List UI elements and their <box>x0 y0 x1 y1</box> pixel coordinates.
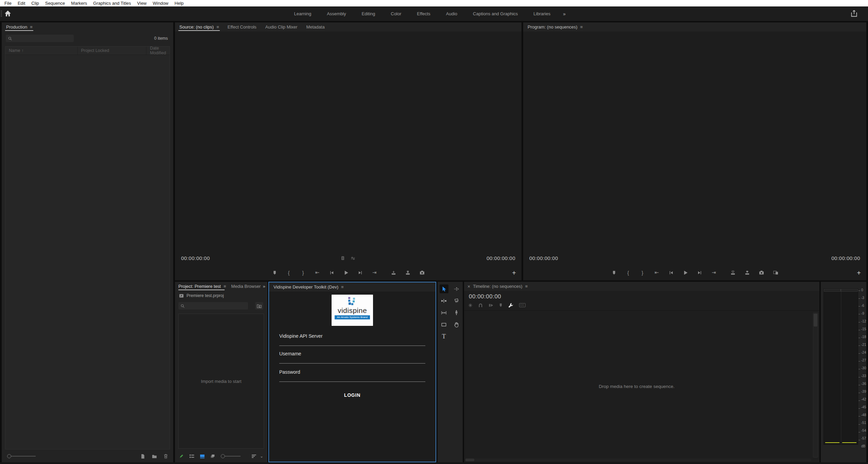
close-panel-icon[interactable]: × <box>464 284 472 289</box>
tab-effect-controls[interactable]: Effect Controls <box>223 22 261 32</box>
insert-remove-sync-icon[interactable] <box>468 303 473 308</box>
playback-settings-icon[interactable] <box>351 257 355 260</box>
rectangle-tool[interactable] <box>440 320 448 329</box>
marker-icon[interactable] <box>499 303 502 307</box>
freeform-view-icon[interactable] <box>210 454 215 459</box>
menu-view[interactable]: View <box>134 0 150 6</box>
menu-edit[interactable]: Edit <box>15 0 28 6</box>
list-view-icon[interactable] <box>189 454 194 459</box>
timeline-settings-wrench-icon[interactable] <box>508 303 513 308</box>
workspace-audio[interactable]: Audio <box>438 6 465 21</box>
new-bin-icon[interactable] <box>152 454 157 459</box>
pen-tool[interactable] <box>452 308 461 317</box>
project-search[interactable] <box>178 302 248 310</box>
panel-menu-icon[interactable]: ≡ <box>525 284 528 289</box>
button-editor-icon[interactable]: + <box>857 270 861 276</box>
search-bins-icon[interactable] <box>255 302 263 310</box>
panel-menu-icon[interactable]: ≡ <box>580 24 583 30</box>
menu-window[interactable]: Window <box>150 0 172 6</box>
project-search-input[interactable] <box>187 303 246 309</box>
zoom-level-selector-icon[interactable] <box>341 256 344 260</box>
icon-view-icon[interactable] <box>200 454 205 459</box>
lift-icon[interactable] <box>730 270 736 276</box>
tab-project[interactable]: Project: Premiere test ≡ <box>175 282 228 291</box>
quick-export-icon[interactable] <box>850 10 858 17</box>
panel-menu-icon[interactable]: ≡ <box>30 24 32 30</box>
sort-icon[interactable] <box>251 454 256 459</box>
step-forward-icon[interactable] <box>696 270 703 276</box>
timeline-timecode[interactable]: 00:00:00:00 <box>469 293 501 300</box>
captions-icon[interactable]: CC <box>519 303 526 307</box>
tab-timeline[interactable]: Timeline: (no sequences) ≡ <box>472 282 532 291</box>
writable-pencil-icon[interactable] <box>179 454 184 459</box>
comparison-view-icon[interactable] <box>773 270 779 276</box>
column-name[interactable]: Name ↑ <box>5 47 78 55</box>
export-frame-icon[interactable] <box>419 270 425 276</box>
go-to-out-icon[interactable]: ⇥ <box>711 270 717 276</box>
track-select-forward-tool[interactable] <box>452 284 461 293</box>
production-search-input[interactable] <box>14 36 72 41</box>
timeline-horizontal-scrollbar[interactable] <box>465 459 811 461</box>
project-breadcrumb[interactable]: Premiere test.prproj <box>179 293 224 298</box>
tab-vidispine-toolkit[interactable]: Vidispine Developer Toolkit (Dev) ≡ <box>269 282 348 292</box>
timeline-vertical-scrollbar[interactable] <box>813 313 818 458</box>
workspace-learning[interactable]: Learning <box>286 6 319 21</box>
menu-sequence[interactable]: Sequence <box>42 0 68 6</box>
overwrite-icon[interactable] <box>405 270 411 276</box>
api-server-input[interactable] <box>279 340 427 346</box>
selection-tool[interactable] <box>440 284 448 293</box>
play-icon[interactable] <box>682 270 688 276</box>
step-back-icon[interactable] <box>668 270 674 276</box>
login-button[interactable]: LOGIN <box>279 390 425 400</box>
tab-metadata[interactable]: Metadata <box>302 22 329 32</box>
ripple-edit-tool[interactable] <box>440 296 448 305</box>
workspace-overflow-icon[interactable]: » <box>558 11 570 17</box>
mark-out-icon[interactable]: } <box>639 270 645 276</box>
project-media-list[interactable]: Import media to start <box>178 314 264 449</box>
linked-selection-icon[interactable] <box>489 303 493 308</box>
column-project-locked[interactable]: Project Locked <box>78 47 147 55</box>
menu-clip[interactable]: Clip <box>28 0 42 6</box>
menu-help[interactable]: Help <box>172 0 187 6</box>
slip-tool[interactable] <box>440 308 448 317</box>
column-date-modified[interactable]: Date Modified <box>146 47 170 55</box>
tab-overflow-icon[interactable]: » <box>263 284 265 289</box>
mark-in-icon[interactable]: { <box>625 270 631 276</box>
timeline-track-area[interactable]: Drop media here to create sequence. <box>464 310 819 462</box>
program-current-timecode[interactable]: 00:00:00:00 <box>529 255 558 261</box>
tab-source[interactable]: Source: (no clips) ≡ <box>175 22 223 32</box>
menu-graphics-and-titles[interactable]: Graphics and Titles <box>90 0 134 6</box>
menu-file[interactable]: File <box>1 0 15 6</box>
export-frame-icon[interactable] <box>758 270 764 276</box>
username-input[interactable] <box>279 358 427 364</box>
workspace-editing[interactable]: Editing <box>354 6 383 21</box>
workspace-assembly[interactable]: Assembly <box>319 6 354 21</box>
button-editor-icon[interactable]: + <box>512 270 516 276</box>
razor-tool[interactable] <box>452 296 461 305</box>
production-search[interactable] <box>6 35 74 42</box>
tab-media-browser[interactable]: Media Browser <box>228 282 264 291</box>
panel-menu-icon[interactable]: ≡ <box>341 284 343 290</box>
hand-tool[interactable] <box>452 320 461 329</box>
workspace-libraries[interactable]: Libraries <box>526 6 558 21</box>
production-zoom-slider[interactable] <box>7 454 36 458</box>
go-to-in-icon[interactable]: ⇤ <box>654 270 660 276</box>
mark-in-icon[interactable]: { <box>286 270 292 276</box>
step-forward-icon[interactable] <box>357 270 363 276</box>
mark-out-icon[interactable]: } <box>300 270 306 276</box>
workspace-color[interactable]: Color <box>383 6 409 21</box>
extract-icon[interactable] <box>744 270 750 276</box>
step-back-icon[interactable] <box>329 270 335 276</box>
menu-markers[interactable]: Markers <box>68 0 90 6</box>
chevron-down-icon[interactable]: ⌄ <box>260 454 263 459</box>
tab-production[interactable]: Production ≡ <box>2 22 37 32</box>
snap-magnet-icon[interactable] <box>478 303 483 308</box>
new-project-icon[interactable] <box>141 454 145 459</box>
play-icon[interactable] <box>343 270 349 276</box>
add-marker-icon[interactable] <box>271 270 278 276</box>
project-zoom-slider[interactable] <box>221 454 241 458</box>
workspace-effects[interactable]: Effects <box>409 6 438 21</box>
tab-program[interactable]: Program: (no sequences) ≡ <box>523 22 587 32</box>
password-input[interactable] <box>279 376 427 382</box>
add-marker-icon[interactable] <box>611 270 617 276</box>
